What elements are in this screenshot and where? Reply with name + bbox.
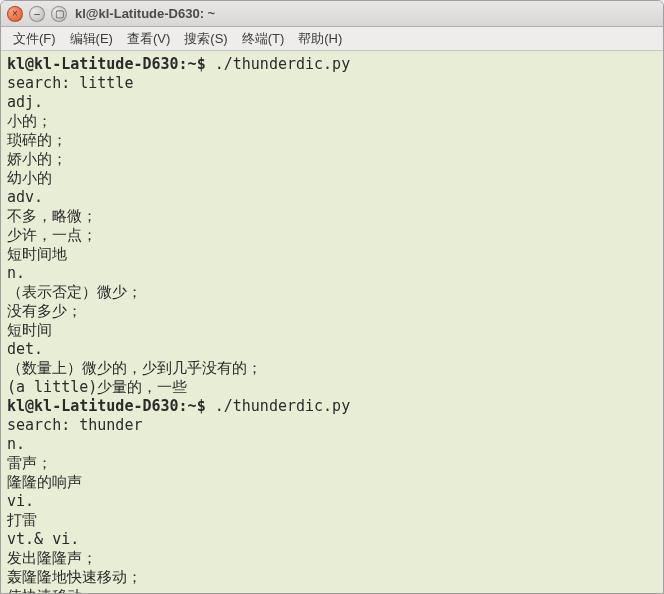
window-controls: × – ▢: [7, 6, 67, 22]
close-icon[interactable]: ×: [7, 6, 23, 22]
window-title: kl@kl-Latitude-D630: ~: [75, 6, 215, 21]
menu-edit[interactable]: 编辑(E): [64, 28, 119, 50]
menu-terminal[interactable]: 终端(T): [236, 28, 291, 50]
terminal-output[interactable]: kl@kl-Latitude-D630:~$ ./thunderdic.pyse…: [1, 51, 663, 593]
menu-file[interactable]: 文件(F): [7, 28, 62, 50]
menu-help[interactable]: 帮助(H): [292, 28, 348, 50]
terminal-window: × – ▢ kl@kl-Latitude-D630: ~ 文件(F) 编辑(E)…: [0, 0, 664, 594]
minimize-icon[interactable]: –: [29, 6, 45, 22]
menu-search[interactable]: 搜索(S): [178, 28, 233, 50]
maximize-icon[interactable]: ▢: [51, 6, 67, 22]
menubar: 文件(F) 编辑(E) 查看(V) 搜索(S) 终端(T) 帮助(H): [1, 27, 663, 51]
titlebar[interactable]: × – ▢ kl@kl-Latitude-D630: ~: [1, 1, 663, 27]
menu-view[interactable]: 查看(V): [121, 28, 176, 50]
